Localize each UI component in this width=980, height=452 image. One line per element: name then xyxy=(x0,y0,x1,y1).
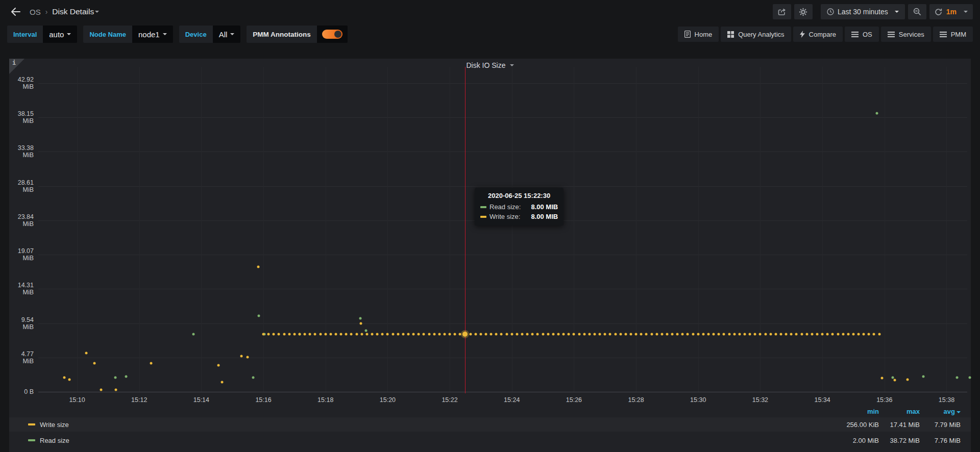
data-point-write-size xyxy=(423,333,425,336)
panel-title-caret-icon xyxy=(510,64,514,66)
data-point-write-size xyxy=(495,333,498,336)
data-point-write-size xyxy=(542,333,544,336)
panel-title[interactable]: Disk IO Size xyxy=(9,59,971,72)
document-icon xyxy=(684,31,691,38)
data-point-write-size xyxy=(278,333,280,336)
data-point-write-size xyxy=(510,333,513,336)
gridline-vertical xyxy=(822,67,823,392)
data-point-write-size xyxy=(490,333,493,336)
data-point-write-size xyxy=(418,333,420,336)
data-point-write-size xyxy=(635,333,638,336)
toolbar-link-os[interactable]: OS xyxy=(845,27,879,42)
gridline-vertical xyxy=(450,67,450,392)
toggle-knob xyxy=(334,31,341,38)
data-point-write-size xyxy=(474,333,477,336)
data-point-read-size xyxy=(192,333,195,336)
data-point-write-size xyxy=(359,322,362,325)
data-point-write-size xyxy=(707,333,710,336)
y-axis-tick-label: 0 B xyxy=(9,388,34,395)
data-point-read-size xyxy=(969,376,971,379)
menu-icon xyxy=(940,32,947,37)
data-point-read-size xyxy=(114,376,117,379)
legend-value-avg: 7.79 MiB xyxy=(920,421,961,429)
data-point-write-size xyxy=(100,389,102,391)
breadcrumb-parent[interactable]: OS xyxy=(30,8,41,16)
template-variables: IntervalautoNode Namenode1DeviceAll xyxy=(7,26,240,43)
data-point-write-size xyxy=(629,333,632,336)
data-point-write-size xyxy=(826,333,829,336)
refresh-button[interactable]: 1m xyxy=(929,4,973,19)
gridline-vertical xyxy=(885,67,885,392)
pmm-annotations-toggle[interactable] xyxy=(317,26,348,43)
data-point-write-size xyxy=(150,362,153,364)
data-point-write-size xyxy=(687,333,689,336)
variable-value-node-name[interactable]: node1 xyxy=(132,26,173,43)
toolbar-link-label: PMM xyxy=(951,31,966,38)
variable-value-device[interactable]: All xyxy=(213,26,241,43)
data-point-write-size xyxy=(246,356,249,359)
data-point-write-size xyxy=(329,333,332,336)
data-point-write-size xyxy=(240,355,243,357)
toolbar-link-pmm[interactable]: PMM xyxy=(933,27,973,42)
data-point-write-size xyxy=(749,333,751,336)
x-axis-tick-label: 15:12 xyxy=(131,396,147,404)
legend-series-toggle-write-size[interactable]: Write size xyxy=(9,421,69,429)
variable-label-node-name: Node Name xyxy=(83,26,132,43)
data-point-write-size xyxy=(262,333,265,336)
variable-value-interval[interactable]: auto xyxy=(43,26,77,43)
data-point-write-size xyxy=(573,333,575,336)
data-point-read-size xyxy=(359,317,361,320)
gridline-horizontal xyxy=(38,358,967,358)
back-button[interactable] xyxy=(7,3,24,20)
y-axis-tick-label: 9.54 MiB xyxy=(9,316,34,331)
data-point-write-size xyxy=(681,333,684,336)
grid-icon xyxy=(727,31,734,38)
gridline-horizontal xyxy=(38,152,967,152)
time-range-label: Last 30 minutes xyxy=(838,8,888,16)
data-point-write-size xyxy=(459,333,461,336)
tooltip-series-name: Write size: xyxy=(489,213,520,221)
data-point-write-size xyxy=(868,333,870,336)
gridline-vertical xyxy=(263,67,264,392)
x-axis-line xyxy=(38,392,967,392)
data-point-write-size xyxy=(438,333,440,336)
dashboard-links: HomeQuery AnalyticsCompareOSServicesPMM xyxy=(678,27,973,42)
bolt-icon xyxy=(800,31,805,38)
x-axis-tick-label: 15:26 xyxy=(566,396,582,404)
toolbar-link-compare[interactable]: Compare xyxy=(793,27,843,42)
dashboard-dropdown-caret-icon[interactable] xyxy=(95,11,99,13)
data-point-write-size xyxy=(397,333,399,336)
gridline-vertical xyxy=(574,67,574,392)
data-point-write-size xyxy=(433,333,435,336)
gridline-vertical xyxy=(512,67,512,392)
toolbar-link-services[interactable]: Services xyxy=(881,27,931,42)
time-range-picker[interactable]: Last 30 minutes xyxy=(821,4,905,19)
y-axis-tick-label: 4.77 MiB xyxy=(9,350,34,365)
data-point-write-size xyxy=(578,333,580,336)
gridline-horizontal xyxy=(38,83,967,84)
data-point-write-size xyxy=(816,333,818,336)
data-point-write-size xyxy=(412,333,415,336)
share-button[interactable] xyxy=(773,4,791,19)
data-point-write-size xyxy=(697,333,699,336)
breadcrumb-current[interactable]: Disk Details xyxy=(52,7,94,16)
data-point-write-size xyxy=(790,333,793,336)
legend-sort-max[interactable]: max xyxy=(879,408,920,415)
data-point-write-size xyxy=(692,333,694,336)
toolbar-link-query-analytics[interactable]: Query Analytics xyxy=(721,27,791,42)
tooltip-series-row: Read size:8.00 MIB xyxy=(480,203,558,211)
data-point-write-size xyxy=(733,333,736,336)
legend-sort-avg[interactable]: avg xyxy=(920,408,961,415)
panel-info-icon[interactable]: i xyxy=(9,59,24,74)
data-point-write-size xyxy=(666,333,668,336)
menu-icon xyxy=(851,32,859,37)
variable-node-name: Node Namenode1 xyxy=(83,26,173,43)
zoom-out-button[interactable] xyxy=(908,4,926,19)
settings-button[interactable] xyxy=(794,4,813,19)
toolbar-link-home[interactable]: Home xyxy=(678,27,719,42)
series-color-dash xyxy=(480,206,486,208)
legend-sort-min[interactable]: min xyxy=(838,408,879,415)
variable-label-device: Device xyxy=(179,26,213,43)
data-point-write-size xyxy=(863,333,865,336)
legend-series-toggle-read-size[interactable]: Read size xyxy=(9,437,69,444)
